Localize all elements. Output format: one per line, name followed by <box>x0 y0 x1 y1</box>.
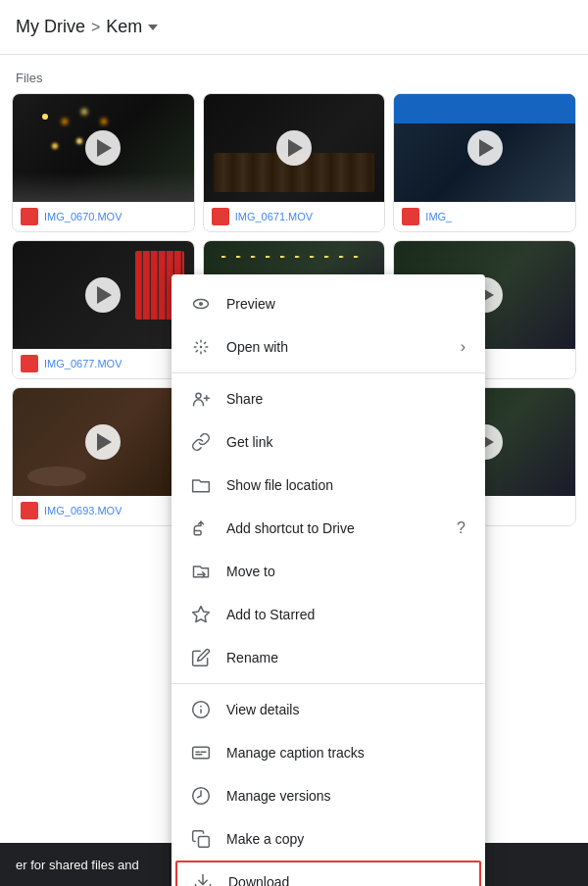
play-icon <box>97 433 112 451</box>
eye-icon <box>191 294 211 314</box>
menu-label-show-location: Show file location <box>226 477 466 493</box>
svg-rect-9 <box>193 747 210 759</box>
chevron-down-icon <box>148 25 158 30</box>
thumb-detail <box>27 467 86 486</box>
svg-rect-4 <box>194 531 201 535</box>
file-card[interactable]: IMG_0670.MOV <box>12 93 195 232</box>
menu-item-rename[interactable]: Rename <box>172 636 485 679</box>
menu-divider <box>172 372 485 373</box>
file-type-icon <box>212 208 229 225</box>
file-name: IMG_ <box>425 211 452 222</box>
folder-icon <box>191 475 211 495</box>
header: My Drive > Kem <box>0 0 588 55</box>
menu-item-show-location[interactable]: Show file location <box>172 464 485 507</box>
file-thumbnail <box>394 94 575 202</box>
menu-item-open-with[interactable]: Open with › <box>172 325 485 369</box>
menu-label-get-link: Get link <box>226 434 466 450</box>
file-card[interactable]: IMG_0671.MOV <box>203 93 386 232</box>
menu-item-preview[interactable]: Preview <box>172 282 485 325</box>
link-icon <box>191 432 211 452</box>
menu-divider <box>172 683 485 684</box>
menu-item-view-details[interactable]: View details <box>172 688 485 731</box>
file-info: IMG_0677.MOV <box>13 349 194 378</box>
menu-item-add-starred[interactable]: Add to Starred <box>172 593 485 636</box>
breadcrumb-separator: > <box>91 19 100 36</box>
thumb-detail <box>13 172 194 202</box>
menu-item-get-link[interactable]: Get link <box>172 420 485 464</box>
menu-label-share: Share <box>226 391 466 407</box>
play-button[interactable] <box>467 130 503 166</box>
copy-icon <box>191 829 211 849</box>
file-info: IMG_0670.MOV <box>13 202 194 231</box>
file-type-icon <box>402 208 419 225</box>
chevron-right-icon: › <box>461 338 466 356</box>
play-button[interactable] <box>85 130 121 166</box>
file-type-icon <box>21 355 38 372</box>
menu-label-preview: Preview <box>226 296 466 312</box>
menu-label-rename: Rename <box>226 650 466 665</box>
breadcrumb-folder[interactable]: Kem <box>106 17 158 37</box>
thumb-detail <box>221 256 367 258</box>
play-icon <box>479 139 494 157</box>
file-name: IMG_0670.MOV <box>44 211 122 222</box>
svg-marker-5 <box>193 607 210 622</box>
play-icon <box>97 286 112 304</box>
info-icon <box>191 700 211 719</box>
captions-icon <box>191 743 211 763</box>
menu-label-manage-captions: Manage caption tracks <box>226 745 466 761</box>
pencil-icon <box>191 648 211 667</box>
play-button[interactable] <box>85 277 121 313</box>
help-icon: ? <box>457 519 466 537</box>
menu-label-download: Download <box>228 874 464 886</box>
menu-item-manage-versions[interactable]: Manage versions <box>172 774 485 817</box>
file-type-icon <box>21 502 38 519</box>
svg-rect-14 <box>199 837 210 848</box>
menu-label-manage-versions: Manage versions <box>226 788 466 804</box>
play-button[interactable] <box>85 424 121 460</box>
menu-label-add-shortcut: Add shortcut to Drive <box>226 520 441 536</box>
svg-point-1 <box>199 302 203 306</box>
file-card[interactable]: IMG_ <box>393 93 576 232</box>
file-thumbnail <box>13 94 194 202</box>
move-folder-icon <box>191 562 211 581</box>
menu-label-make-copy: Make a copy <box>226 831 466 847</box>
star-icon <box>191 605 211 624</box>
file-thumbnail <box>204 94 385 202</box>
menu-label-move-to: Move to <box>226 564 466 579</box>
file-name: IMG_0671.MOV <box>235 211 313 222</box>
open-with-icon <box>191 337 211 357</box>
shortcut-icon <box>191 518 211 538</box>
play-icon <box>97 139 112 157</box>
play-icon <box>288 139 303 157</box>
file-thumbnail <box>13 241 194 349</box>
context-menu: Preview Open with › Share Get link Show … <box>172 274 485 886</box>
file-info: IMG_0671.MOV <box>204 202 385 231</box>
file-thumbnail <box>13 388 194 496</box>
menu-label-view-details: View details <box>226 702 466 717</box>
menu-item-move-to[interactable]: Move to <box>172 550 485 593</box>
svg-point-2 <box>200 346 203 349</box>
menu-item-manage-captions[interactable]: Manage caption tracks <box>172 731 485 774</box>
thumb-detail <box>42 114 48 120</box>
bottom-bar-text: er for shared files and <box>16 858 139 872</box>
menu-label-open-with: Open with <box>226 339 445 355</box>
svg-point-3 <box>196 393 201 398</box>
file-card[interactable]: IMG_0693.MOV <box>12 387 195 526</box>
download-icon <box>193 872 213 886</box>
menu-item-download[interactable]: Download <box>175 861 481 886</box>
file-info: IMG_ <box>394 202 575 231</box>
menu-item-make-copy[interactable]: Make a copy <box>172 817 485 861</box>
file-info: IMG_0693.MOV <box>13 496 194 525</box>
file-card[interactable]: IMG_0677.MOV <box>12 240 195 379</box>
file-name: IMG_0677.MOV <box>44 358 122 369</box>
breadcrumb: My Drive > Kem <box>16 17 158 37</box>
menu-item-add-shortcut[interactable]: Add shortcut to Drive ? <box>172 507 485 550</box>
versions-icon <box>191 786 211 806</box>
breadcrumb-drive[interactable]: My Drive <box>16 17 85 37</box>
person-add-icon <box>191 389 211 409</box>
thumb-detail <box>394 94 575 123</box>
file-type-icon <box>21 208 38 225</box>
menu-label-add-starred: Add to Starred <box>226 607 466 622</box>
menu-item-share[interactable]: Share <box>172 377 485 420</box>
play-button[interactable] <box>276 130 312 166</box>
